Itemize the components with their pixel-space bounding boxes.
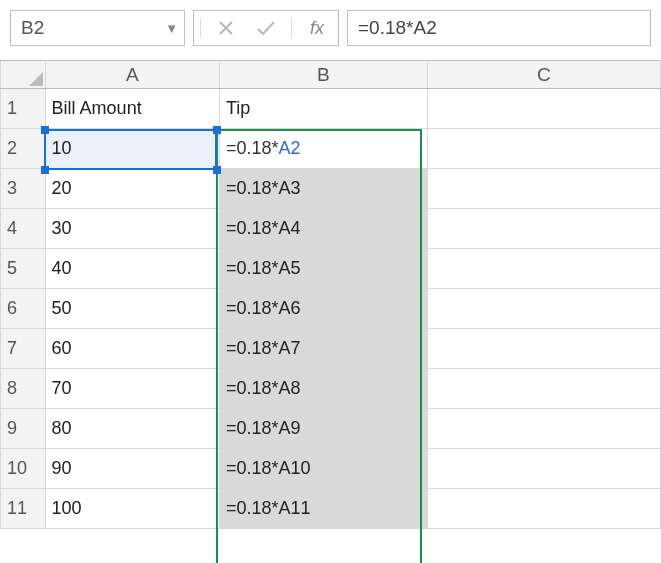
divider: [200, 18, 201, 38]
cell-C10[interactable]: [427, 449, 660, 489]
sheet-table[interactable]: A B C 1 Bill Amount Tip 2 10 =0.18*A2: [0, 60, 661, 529]
formula-prefix: =0.18*: [226, 138, 279, 158]
cell-A3[interactable]: 20: [45, 169, 219, 209]
formula-bar: B2 ▼ fx =0.18*A2: [0, 0, 661, 52]
cell-B6[interactable]: =0.18*A6: [219, 289, 427, 329]
row-header[interactable]: 8: [1, 369, 46, 409]
row-header[interactable]: 3: [1, 169, 46, 209]
cell-B11[interactable]: =0.18*A11: [219, 489, 427, 529]
col-header-A[interactable]: A: [45, 61, 219, 89]
insert-function-button[interactable]: fx: [302, 14, 332, 42]
cell-B10[interactable]: =0.18*A10: [219, 449, 427, 489]
cell-B8[interactable]: =0.18*A8: [219, 369, 427, 409]
row-header[interactable]: 4: [1, 209, 46, 249]
cell-C3[interactable]: [427, 169, 660, 209]
cell-A10[interactable]: 90: [45, 449, 219, 489]
row-header[interactable]: 7: [1, 329, 46, 369]
cell-C11[interactable]: [427, 489, 660, 529]
row-header[interactable]: 1: [1, 89, 46, 129]
formula-ref: A2: [279, 138, 301, 158]
formula-bar-buttons: fx: [193, 10, 339, 46]
cell-B4[interactable]: =0.18*A4: [219, 209, 427, 249]
fx-icon: fx: [310, 18, 324, 39]
spreadsheet-grid: A B C 1 Bill Amount Tip 2 10 =0.18*A2: [0, 60, 661, 529]
enter-icon[interactable]: [251, 14, 281, 42]
cell-C6[interactable]: [427, 289, 660, 329]
cell-A5[interactable]: 40: [45, 249, 219, 289]
row-header[interactable]: 6: [1, 289, 46, 329]
cell-A2[interactable]: 10: [45, 129, 219, 169]
formula-input[interactable]: =0.18*A2: [347, 10, 651, 46]
cell-A4[interactable]: 30: [45, 209, 219, 249]
cell-B1[interactable]: Tip: [219, 89, 427, 129]
cell-C7[interactable]: [427, 329, 660, 369]
cell-C1[interactable]: [427, 89, 660, 129]
cell-C8[interactable]: [427, 369, 660, 409]
select-all-corner[interactable]: [1, 61, 46, 89]
cell-C9[interactable]: [427, 409, 660, 449]
formula-input-value: =0.18*A2: [358, 17, 437, 39]
cell-B3[interactable]: =0.18*A3: [219, 169, 427, 209]
cell-A6[interactable]: 50: [45, 289, 219, 329]
row-header[interactable]: 5: [1, 249, 46, 289]
row-header[interactable]: 10: [1, 449, 46, 489]
cell-A7[interactable]: 60: [45, 329, 219, 369]
cell-B7[interactable]: =0.18*A7: [219, 329, 427, 369]
col-header-B[interactable]: B: [219, 61, 427, 89]
chevron-down-icon: ▼: [165, 21, 178, 36]
cell-B5[interactable]: =0.18*A5: [219, 249, 427, 289]
cell-A9[interactable]: 80: [45, 409, 219, 449]
col-header-C[interactable]: C: [427, 61, 660, 89]
cell-C5[interactable]: [427, 249, 660, 289]
cell-A11[interactable]: 100: [45, 489, 219, 529]
cell-A8[interactable]: 70: [45, 369, 219, 409]
cell-C4[interactable]: [427, 209, 660, 249]
row-header[interactable]: 9: [1, 409, 46, 449]
cell-A1[interactable]: Bill Amount: [45, 89, 219, 129]
name-box[interactable]: B2 ▼: [10, 10, 185, 46]
cell-C2[interactable]: [427, 129, 660, 169]
cell-B9[interactable]: =0.18*A9: [219, 409, 427, 449]
row-header[interactable]: 11: [1, 489, 46, 529]
row-header[interactable]: 2: [1, 129, 46, 169]
divider: [291, 18, 292, 38]
cell-B2[interactable]: =0.18*A2: [219, 129, 427, 169]
cancel-icon[interactable]: [211, 14, 241, 42]
name-box-value: B2: [21, 17, 44, 39]
